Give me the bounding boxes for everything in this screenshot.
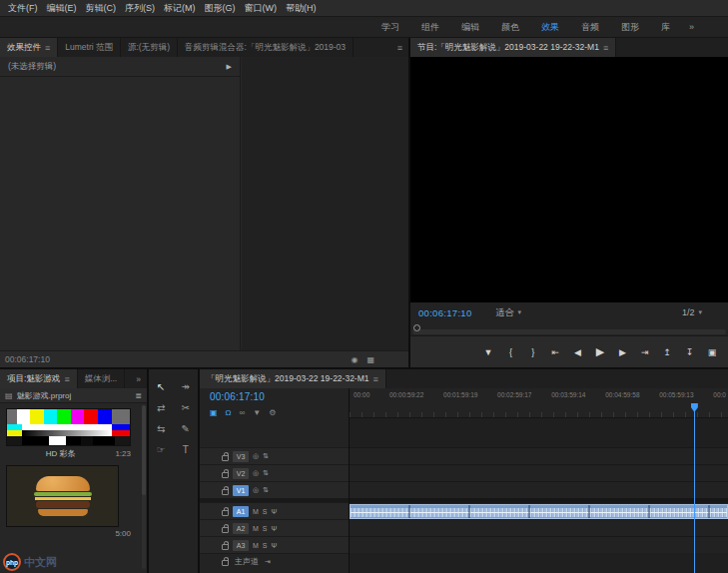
step-back-button[interactable]: ◀: [572, 347, 584, 357]
solo-button[interactable]: S: [263, 525, 268, 532]
export-frame-button[interactable]: ▣: [706, 347, 718, 357]
panel-group-menu-icon[interactable]: ≡: [397, 43, 402, 53]
project-item-colorbars[interactable]: HD 彩条 1:23: [6, 408, 141, 459]
timeline-tracks-area[interactable]: 00:00 00:00:59:22 00:01:59:19 00:02:59:1…: [350, 388, 728, 573]
timeline-timecode[interactable]: 00:06:17:10: [200, 388, 349, 405]
audio-track-lane-a2[interactable]: [350, 519, 728, 536]
go-to-in-button[interactable]: ⇤: [549, 347, 561, 357]
lock-icon[interactable]: [222, 510, 229, 516]
panel-menu-icon[interactable]: ≡: [64, 374, 69, 384]
panel-menu-icon[interactable]: ≡: [373, 374, 378, 384]
menu-help[interactable]: 帮助(H): [282, 1, 321, 16]
tab-audio-clip-mixer[interactable]: 音频剪辑混合器:「明光魅影解说」2019-03: [178, 38, 354, 57]
tab-source-monitor[interactable]: 源:(无剪辑): [121, 38, 178, 57]
tab-program-monitor[interactable]: 节目:「明光魅影解说」2019-03-22 19-22-32-M1 ≡: [410, 38, 616, 57]
timeline-view-toggle-icon[interactable]: ▶: [227, 63, 232, 71]
zoom-bar-icon[interactable]: ▦: [366, 355, 374, 364]
video-track-lane-v2[interactable]: [350, 464, 728, 481]
tab-sequence[interactable]: 「明光魅影解说」2019-03-22 19-22-32-M1 ≡: [200, 369, 386, 388]
mute-button[interactable]: M: [253, 525, 259, 532]
menu-sequence[interactable]: 序列(S): [121, 1, 159, 16]
mic-icon[interactable]: Ψ: [272, 508, 278, 515]
video-track-lane-v1[interactable]: [350, 481, 728, 498]
workspace-tab-editing[interactable]: 编辑: [450, 19, 490, 36]
lock-icon[interactable]: [222, 455, 229, 461]
selection-tool[interactable]: ↖: [157, 381, 165, 392]
mark-in-button[interactable]: {: [504, 347, 516, 357]
lock-icon[interactable]: [222, 489, 229, 495]
program-scrub-bar[interactable]: [410, 322, 728, 335]
sync-lock-icon[interactable]: ⇅: [263, 452, 269, 460]
mute-button[interactable]: M: [253, 542, 259, 549]
track-badge-a3[interactable]: A3: [233, 540, 249, 551]
scrollbar-thumb[interactable]: [142, 405, 146, 495]
track-header-v2[interactable]: V2 ◎ ⇅: [200, 464, 349, 481]
master-track-header[interactable]: 主声道 ⇥: [200, 553, 349, 569]
workspace-tab-color[interactable]: 颜色: [490, 19, 530, 36]
timeline-settings-icon[interactable]: ⚙: [269, 408, 276, 417]
menu-markers[interactable]: 标记(M): [160, 1, 200, 16]
audio-track-lane-a1[interactable]: [350, 502, 728, 519]
playhead-line[interactable]: [694, 403, 695, 573]
program-current-timecode[interactable]: 00:06:17:10: [418, 307, 472, 318]
menu-edit[interactable]: 编辑(E): [43, 1, 81, 16]
workspace-tab-learning[interactable]: 学习: [370, 19, 410, 36]
track-header-a2[interactable]: A2 M S Ψ: [200, 519, 349, 536]
project-scrollbar[interactable]: [142, 405, 146, 569]
toggle-output-icon[interactable]: ◎: [253, 469, 259, 477]
track-badge-v1[interactable]: V1: [233, 485, 249, 496]
ripple-edit-tool[interactable]: ⇄: [157, 402, 165, 413]
play-button[interactable]: ▶: [594, 345, 606, 358]
mute-button[interactable]: M: [253, 508, 259, 515]
lock-icon[interactable]: [222, 560, 229, 566]
menu-graphics[interactable]: 图形(G): [201, 1, 240, 16]
panel-menu-icon[interactable]: ≡: [603, 43, 608, 53]
go-to-out-button[interactable]: ⇥: [639, 347, 651, 357]
video-track-lane-v3[interactable]: [350, 447, 728, 464]
lock-icon[interactable]: [222, 472, 229, 478]
workspace-overflow-icon[interactable]: »: [681, 20, 702, 34]
solo-button[interactable]: S: [263, 542, 268, 549]
step-forward-button[interactable]: ▶: [616, 347, 628, 357]
track-header-a1[interactable]: A1 M S Ψ: [200, 502, 349, 519]
mark-out-button[interactable]: }: [527, 347, 539, 357]
solo-button[interactable]: S: [263, 508, 268, 515]
tab-effect-controls[interactable]: 效果控件 ≡: [0, 38, 58, 57]
extract-button[interactable]: ↧: [684, 347, 696, 357]
mic-icon[interactable]: Ψ: [272, 542, 278, 549]
lift-button[interactable]: ↥: [661, 347, 673, 357]
track-badge-a2[interactable]: A2: [233, 523, 249, 534]
zoom-level-select[interactable]: 适合 ▾: [496, 306, 522, 319]
tab-media-browser[interactable]: 媒体浏...: [78, 369, 126, 388]
audio-clip[interactable]: [350, 504, 728, 519]
lock-icon[interactable]: [222, 527, 229, 533]
track-select-forward-tool[interactable]: ↠: [182, 381, 190, 392]
list-view-icon[interactable]: ≣: [135, 391, 142, 400]
sync-lock-icon[interactable]: ⇅: [263, 469, 269, 477]
project-file-row[interactable]: ▤ 魅影游戏.prproj ≣: [0, 388, 147, 403]
mic-icon[interactable]: Ψ: [272, 525, 278, 532]
track-header-v1[interactable]: V1 ◎ ⇅: [200, 481, 349, 498]
workspace-tab-libraries[interactable]: 库: [650, 19, 681, 36]
scrub-handle[interactable]: [413, 324, 420, 331]
audio-track-lane-a3[interactable]: [350, 536, 728, 553]
track-header-v3[interactable]: V3 ◎ ⇅: [200, 447, 349, 464]
workspace-tab-audio[interactable]: 音频: [570, 19, 610, 36]
sync-lock-icon[interactable]: ⇅: [263, 486, 269, 494]
razor-tool[interactable]: ✂: [182, 402, 190, 413]
track-badge-a1[interactable]: A1: [233, 506, 249, 517]
timeline-ruler[interactable]: 00:00 00:00:59:22 00:01:59:19 00:02:59:1…: [350, 388, 728, 418]
tab-lumetri-scopes[interactable]: Lumetri 范围: [58, 38, 121, 57]
snap-magnet-icon[interactable]: Ω: [226, 408, 232, 417]
project-item-burger-image[interactable]: 5:00: [6, 465, 141, 538]
menu-file[interactable]: 文件(F): [4, 1, 42, 16]
workspace-tab-assembly[interactable]: 组件: [410, 19, 450, 36]
scrub-track[interactable]: [412, 329, 726, 334]
nest-insert-icon[interactable]: ▣: [210, 408, 218, 417]
type-tool[interactable]: T: [183, 444, 189, 455]
workspace-tab-graphics[interactable]: 图形: [610, 19, 650, 36]
track-badge-v2[interactable]: V2: [233, 468, 249, 479]
menu-window[interactable]: 窗口(W): [241, 1, 282, 16]
play-audio-icon[interactable]: ◉: [351, 355, 358, 364]
panel-overflow-icon[interactable]: »: [136, 374, 141, 384]
